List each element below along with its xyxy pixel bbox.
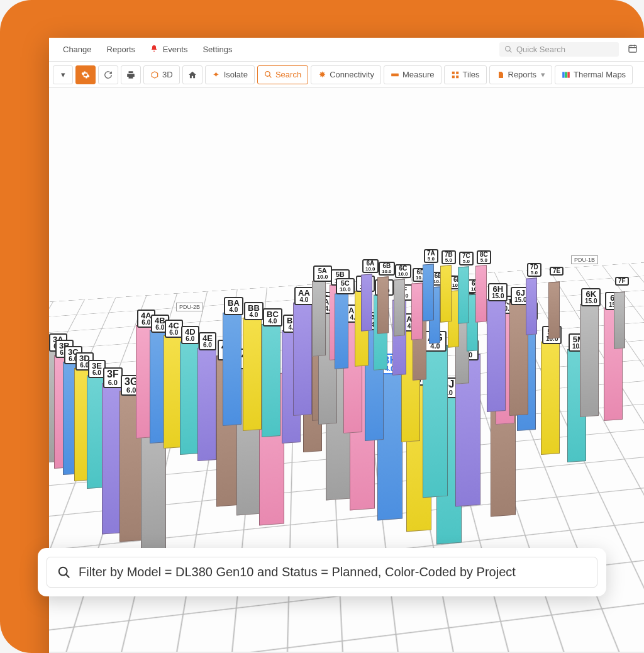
rack-BB[interactable] [243,316,262,431]
rack-5A[interactable] [312,280,326,357]
rack-label-8C[interactable]: 8C5.0 [477,250,491,264]
thermal-maps-button[interactable]: Thermal Maps [555,65,633,84]
rack-label-7E[interactable]: 7E [550,267,564,276]
rack-4E[interactable] [197,347,216,461]
rack-value: 6.0 [92,370,102,376]
rack-7C[interactable] [458,266,469,323]
home-button[interactable] [182,65,203,84]
rack-5L[interactable] [541,340,560,455]
rack-AA[interactable] [293,301,312,416]
rack-value: 15.0 [514,297,526,303]
rack-label-6H[interactable]: 6H15.0 [488,283,508,301]
rack-label-6A[interactable]: 6A10.0 [362,259,379,273]
rack-value: 4.0 [428,343,443,350]
rack-label-7B[interactable]: 7B5.0 [441,250,456,264]
search-button[interactable]: Search [257,65,308,84]
dropdown-button[interactable]: ▾ [53,65,73,84]
rack-label-BB[interactable]: BB4.0 [244,302,264,320]
nav-change[interactable]: Change [55,45,99,54]
rack-6K[interactable] [580,303,599,417]
measure-button[interactable]: Measure [384,65,441,84]
rack-5C[interactable] [335,293,348,369]
svg-rect-14 [565,72,567,77]
rack-value: 6.0 [155,325,165,331]
quick-search[interactable]: Quick Search [499,42,619,57]
rack-7B[interactable] [440,265,452,322]
rack-value: 15.0 [585,298,597,304]
rack-BA[interactable] [223,311,242,426]
svg-rect-11 [452,75,454,78]
search-icon [264,70,272,79]
rack-value: 10.0 [317,274,328,280]
rack-BC[interactable] [262,323,280,437]
rack-6A[interactable] [361,274,372,331]
svg-rect-12 [456,75,458,78]
rack-value: 10.0 [398,272,408,277]
rack-label-6C[interactable]: 6C10.0 [395,264,411,278]
rack-id: 7F [618,278,626,284]
rack-label-AA[interactable]: AA4.0 [294,287,314,305]
refresh-icon [104,70,113,79]
isolate-button[interactable]: ✦ Isolate [205,65,255,84]
rack-label-5C[interactable]: 5C10.0 [336,278,355,294]
rack-7A[interactable] [423,264,434,321]
svg-rect-9 [452,71,454,74]
gear-icon [81,70,90,79]
svg-point-0 [506,47,511,52]
rack-7F[interactable] [614,291,625,349]
rack-value: 4.0 [228,307,240,313]
top-navigation: Change Reports Events Settings Quick Sea… [49,38,644,62]
rack-label-4E[interactable]: 4E6.0 [199,332,216,350]
search-icon [57,566,71,579]
rack-label-BA[interactable]: BA4.0 [224,297,243,315]
rack-label-4D[interactable]: 4D6.0 [181,326,199,344]
rack-8C[interactable] [475,265,487,322]
rack-label-7F[interactable]: 7F [615,277,629,286]
rack-label-5A[interactable]: 5A10.0 [313,265,332,282]
rack-value: 5.0 [445,258,453,263]
measure-icon [391,70,399,79]
rack-6D[interactable] [411,282,423,340]
rack-label-7D[interactable]: 7D5.0 [527,263,541,277]
reports-dropdown[interactable]: Reports▾ [489,65,553,84]
rack-label-6K[interactable]: 6K15.0 [581,288,601,306]
rack-value: 4.0 [248,312,260,318]
toolbar: ▾ 3D ✦ Isolate Search ✸ Connectivity [49,62,644,88]
3d-button[interactable]: 3D [143,65,180,84]
rack-value: 5.0 [530,271,538,276]
nav-events[interactable]: Events [143,45,195,54]
rack-label-7A[interactable]: 7A5.0 [424,249,438,263]
rack-label-BC[interactable]: BC4.0 [263,308,282,326]
filter-text: Filter by Model = DL380 Gen10 and Status… [79,565,516,579]
print-button[interactable] [121,65,141,84]
rack-label-4C[interactable]: 4C6.0 [165,320,183,338]
calendar-icon[interactable] [628,43,638,55]
rack-value: 15.0 [492,293,504,299]
settings-gear-button[interactable] [75,65,96,84]
nav-settings[interactable]: Settings [195,45,240,54]
rack-label-3F[interactable]: 3F6.0 [103,367,123,388]
connectivity-icon: ✸ [318,70,326,79]
nav-reports[interactable]: Reports [99,45,143,54]
rack-6C[interactable] [394,279,405,336]
rack-value: 6.0 [107,379,119,386]
rack-7D[interactable] [526,277,537,335]
pdu-label: PDU-2B [176,303,203,311]
connectivity-button[interactable]: ✸ Connectivity [311,65,381,84]
svg-rect-2 [629,45,636,52]
svg-line-1 [509,50,511,52]
refresh-button[interactable] [98,65,118,84]
rack-id: 3F [107,369,119,379]
bell-icon [150,45,160,54]
rack-4D[interactable] [180,340,199,455]
rack-label-6B[interactable]: 6B10.0 [379,262,395,276]
rack-6H[interactable] [487,298,506,412]
rack-6B[interactable] [377,276,389,333]
tiles-button[interactable]: Tiles [444,65,487,84]
rack-value: 5.0 [427,257,435,262]
rack-label-7C[interactable]: 7C5.0 [459,252,474,265]
filter-input[interactable]: Filter by Model = DL380 Gen10 and Status… [47,557,597,588]
rack-value: 6.0 [169,330,179,336]
rack-AG[interactable] [423,345,448,498]
rack-7E[interactable] [548,281,560,338]
